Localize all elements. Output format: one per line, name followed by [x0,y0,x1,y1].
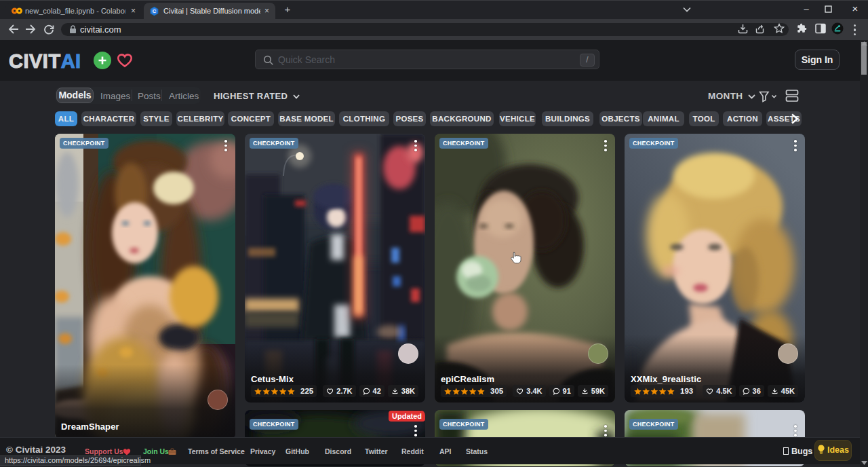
svg-text:C: C [153,8,157,14]
